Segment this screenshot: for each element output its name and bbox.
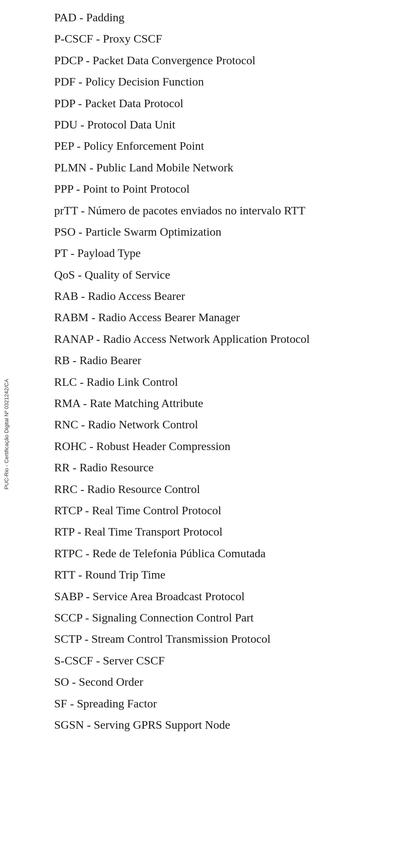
list-item: RMA - Rate Matching Attribute xyxy=(54,394,375,412)
list-item: PSO - Particle Swarm Optimization xyxy=(54,223,375,241)
list-item: RTPC - Rede de Telefonia Pública Comutad… xyxy=(54,544,375,562)
list-item: RTT - Round Trip Time xyxy=(54,566,375,584)
list-item: PDCP - Packet Data Convergence Protocol xyxy=(54,51,375,69)
list-item: PLMN - Public Land Mobile Network xyxy=(54,159,375,176)
list-item: PAD - Padding xyxy=(54,8,375,26)
list-item: PEP - Policy Enforcement Point xyxy=(54,137,375,155)
list-item: P-CSCF - Proxy CSCF xyxy=(54,30,375,48)
list-item: SCCP - Signaling Connection Control Part xyxy=(54,609,375,626)
list-item: RNC - Radio Network Control xyxy=(54,415,375,433)
list-item: ROHC - Robust Header Compression xyxy=(54,437,375,455)
list-item: RTCP - Real Time Control Protocol xyxy=(54,501,375,519)
list-item: SCTP - Stream Control Transmission Proto… xyxy=(54,630,375,648)
list-item: RAB - Radio Access Bearer xyxy=(54,287,375,305)
list-item: RTP - Real Time Transport Protocol xyxy=(54,523,375,541)
content-area: PAD - PaddingP-CSCF - Proxy CSCFPDCP - P… xyxy=(12,0,400,868)
list-item: PPP - Point to Point Protocol xyxy=(54,180,375,198)
list-item: prTT - Número de pacotes enviados no int… xyxy=(54,201,375,219)
list-item: S-CSCF - Server CSCF xyxy=(54,652,375,669)
list-item: QoS - Quality of Service xyxy=(54,266,375,284)
sidebar: PUC-Rio - Certificação Digital Nº 032124… xyxy=(0,0,12,868)
list-item: SABP - Service Area Broadcast Protocol xyxy=(54,587,375,605)
sidebar-label: PUC-Rio - Certificação Digital Nº 032124… xyxy=(3,379,10,489)
list-item: PDU - Protocol Data Unit xyxy=(54,116,375,133)
list-item: PDP - Packet Data Protocol xyxy=(54,94,375,112)
page-container: PUC-Rio - Certificação Digital Nº 032124… xyxy=(0,0,400,868)
list-item: RLC - Radio Link Control xyxy=(54,373,375,391)
list-item: RANAP - Radio Access Network Application… xyxy=(54,330,375,348)
list-item: RABM - Radio Access Bearer Manager xyxy=(54,308,375,326)
list-item: SGSN - Serving GPRS Support Node xyxy=(54,716,375,734)
list-item: PDF - Policy Decision Function xyxy=(54,73,375,91)
list-item: SO - Second Order xyxy=(54,673,375,691)
list-item: RRC - Radio Resource Control xyxy=(54,480,375,498)
list-item: SF - Spreading Factor xyxy=(54,694,375,712)
list-item: PT - Payload Type xyxy=(54,244,375,262)
term-list: PAD - PaddingP-CSCF - Proxy CSCFPDCP - P… xyxy=(54,8,375,734)
list-item: RR - Radio Resource xyxy=(54,458,375,476)
list-item: RB - Radio Bearer xyxy=(54,351,375,369)
